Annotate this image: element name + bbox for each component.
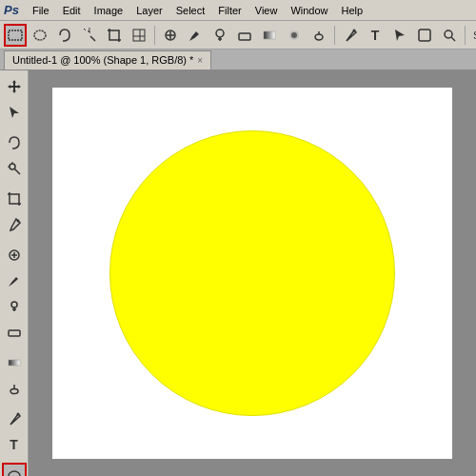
svg-marker-3 bbox=[88, 30, 90, 33]
toolbox-eyedropper[interactable] bbox=[2, 212, 27, 237]
svg-point-19 bbox=[315, 34, 323, 40]
svg-line-25 bbox=[14, 169, 20, 174]
svg-line-4 bbox=[84, 29, 86, 30]
toolbox-eraser[interactable] bbox=[2, 320, 27, 345]
menu-image[interactable]: Image bbox=[89, 3, 129, 18]
toolbar-dodge[interactable] bbox=[307, 24, 330, 47]
svg-rect-37 bbox=[9, 360, 20, 366]
svg-rect-0 bbox=[9, 30, 22, 40]
toolbox-pen[interactable] bbox=[2, 407, 27, 431]
main-area: T bbox=[0, 70, 476, 476]
tab-title: Untitled-1 @ 100% (Shape 1, RGB/8) * bbox=[12, 54, 193, 66]
svg-rect-6 bbox=[133, 30, 145, 41]
toolbox-magic-wand[interactable] bbox=[2, 156, 27, 181]
menu-filter[interactable]: Filter bbox=[212, 3, 247, 18]
yellow-circle-shape bbox=[109, 130, 395, 416]
toolbar-sep-1 bbox=[154, 26, 155, 45]
menu-window[interactable]: Window bbox=[285, 3, 333, 18]
app-logo: Ps bbox=[4, 3, 19, 17]
toolbox-type[interactable]: T bbox=[2, 432, 27, 457]
svg-point-26 bbox=[10, 164, 15, 169]
toolbox-clone-stamp[interactable] bbox=[2, 294, 27, 319]
svg-point-40 bbox=[16, 413, 19, 416]
menu-select[interactable]: Select bbox=[170, 3, 211, 18]
menu-view[interactable]: View bbox=[249, 3, 284, 18]
toolbar-blur[interactable] bbox=[283, 24, 306, 47]
svg-point-29 bbox=[16, 220, 19, 223]
toolbox-brush[interactable] bbox=[2, 268, 27, 293]
options-toolbar: T Style: ▾ bbox=[0, 21, 476, 50]
svg-line-2 bbox=[90, 36, 95, 41]
toolbar-brush[interactable] bbox=[184, 24, 207, 47]
toolbox-move[interactable] bbox=[2, 74, 27, 99]
toolbar-path-select[interactable] bbox=[388, 24, 411, 47]
svg-point-21 bbox=[353, 29, 356, 31]
toolbar-clone[interactable] bbox=[208, 24, 231, 47]
tab-bar: Untitled-1 @ 100% (Shape 1, RGB/8) * × bbox=[0, 50, 476, 70]
svg-point-18 bbox=[291, 32, 297, 38]
svg-rect-16 bbox=[264, 31, 275, 39]
toolbar-pen[interactable] bbox=[339, 24, 362, 47]
svg-point-23 bbox=[445, 30, 452, 38]
canvas-area bbox=[29, 70, 476, 476]
toolbox: T bbox=[0, 70, 29, 476]
svg-point-12 bbox=[216, 30, 224, 37]
toolbar-sep-2 bbox=[334, 26, 335, 45]
canvas bbox=[52, 88, 452, 459]
toolbar-zoom[interactable] bbox=[438, 24, 461, 47]
toolbar-ellipse-marquee[interactable] bbox=[29, 24, 51, 47]
svg-rect-36 bbox=[9, 330, 20, 336]
toolbox-dodge[interactable] bbox=[2, 376, 27, 401]
svg-rect-22 bbox=[419, 30, 430, 41]
toolbar-lasso[interactable] bbox=[53, 24, 76, 47]
toolbar-gradient[interactable] bbox=[258, 24, 281, 47]
menu-edit[interactable]: Edit bbox=[57, 3, 87, 18]
toolbox-selection[interactable] bbox=[2, 100, 27, 125]
svg-point-1 bbox=[34, 30, 46, 40]
toolbox-lasso[interactable] bbox=[2, 130, 27, 155]
tab-close-button[interactable]: × bbox=[197, 55, 203, 66]
menu-layer[interactable]: Layer bbox=[130, 3, 169, 18]
svg-point-38 bbox=[10, 389, 18, 394]
svg-point-33 bbox=[11, 302, 17, 307]
toolbar-type[interactable]: T bbox=[364, 24, 387, 47]
toolbar-crop[interactable] bbox=[103, 24, 126, 47]
document-tab[interactable]: Untitled-1 @ 100% (Shape 1, RGB/8) * × bbox=[4, 50, 211, 69]
svg-point-41 bbox=[9, 471, 20, 476]
menu-file[interactable]: File bbox=[27, 3, 55, 18]
toolbox-gradient[interactable] bbox=[2, 350, 27, 375]
toolbox-crop[interactable] bbox=[2, 187, 27, 211]
toolbar-heal[interactable] bbox=[159, 24, 182, 47]
toolbar-magic-wand[interactable] bbox=[78, 24, 101, 47]
toolbar-rect-marquee[interactable] bbox=[4, 24, 27, 47]
menu-help[interactable]: Help bbox=[336, 3, 369, 18]
toolbox-ellipse-shape[interactable] bbox=[2, 463, 27, 476]
toolbar-slice[interactable] bbox=[128, 24, 150, 47]
svg-rect-15 bbox=[239, 33, 250, 40]
menu-bar: Ps File Edit Image Layer Select Filter V… bbox=[0, 0, 476, 21]
toolbar-sep-3 bbox=[465, 26, 466, 45]
toolbar-eraser[interactable] bbox=[233, 24, 256, 47]
toolbox-spot-heal[interactable] bbox=[2, 243, 27, 268]
toolbar-shape[interactable] bbox=[413, 24, 436, 47]
svg-line-24 bbox=[451, 37, 455, 41]
